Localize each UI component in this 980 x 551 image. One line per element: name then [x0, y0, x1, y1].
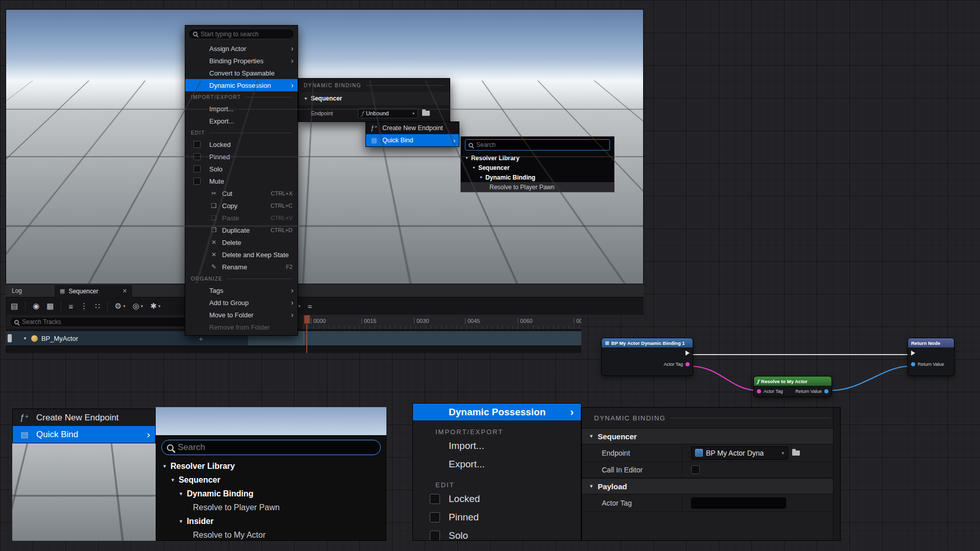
render-movie-button[interactable]: ▦ [46, 302, 54, 311]
actor-tag-out-pin[interactable]: Actor Tag [602, 359, 693, 370]
resolver-search-box[interactable] [161, 440, 381, 455]
menu-item-copy[interactable]: ❏CopyCTRL+C [185, 199, 298, 212]
menu-item-quick-bind[interactable]: ▤ Quick Bind › [366, 134, 459, 146]
resolver-search-box[interactable] [465, 139, 610, 151]
menu-item-pinned[interactable]: Pinned [185, 151, 298, 163]
view-options-dropdown[interactable]: ◎▾ [133, 302, 143, 311]
browse-icon[interactable] [792, 450, 800, 456]
menu-item-create-new-endpoint[interactable]: ƒ⁺ Create New Endpoint [366, 122, 459, 134]
tree-item-dynamic-binding[interactable]: ▼Dynamic Binding [156, 487, 386, 500]
return-value-pin-icon[interactable] [824, 389, 828, 393]
more-button[interactable]: ⋮ [80, 302, 88, 311]
menu-item-mute[interactable]: Mute [185, 175, 298, 187]
tree-item-resolve-to-player-pawn[interactable]: Resolve to Player Pawn [156, 500, 386, 514]
timeline-ruler[interactable]: 0000 0015 0030 0045 0060 00 [303, 315, 581, 329]
menu-item-tags[interactable]: Tags› [185, 284, 298, 296]
tree-item-sequencer[interactable]: ▼Sequencer [156, 473, 386, 487]
menu-item-add-to-group[interactable]: Add to Group› [185, 296, 298, 309]
menu-item-dynamic-possession[interactable]: Dynamic Possession› [185, 79, 298, 91]
browse-icon[interactable] [422, 111, 430, 116]
menu-item-pinned[interactable]: Pinned [413, 508, 581, 527]
menu-search-input[interactable] [201, 31, 290, 38]
menu-item-solo[interactable]: Solo [413, 527, 581, 541]
actor-tag-pin-icon[interactable] [757, 389, 761, 393]
save-button[interactable]: ▤ [11, 302, 18, 311]
outliner-button[interactable]: ≡ [68, 302, 73, 311]
node-header[interactable]: ƒResolve to My Actor [754, 377, 831, 386]
menu-search-box[interactable] [188, 29, 295, 39]
menu-item-move-to-folder[interactable]: Move to Folder› [185, 309, 298, 321]
section-sequencer[interactable]: ▼Sequencer [299, 92, 450, 105]
menu-item-create-new-endpoint[interactable]: ƒ⁺ Create New Endpoint [13, 409, 155, 426]
node-bp-my-actor-dynamic-binding[interactable]: ▦BP My Actor Dynamic Binding 1 Actor Tag [601, 338, 693, 376]
curve-editor-button[interactable]: ≈ [308, 302, 312, 311]
resolver-search-input[interactable] [476, 141, 606, 148]
endpoint-value: BP My Actor Dyna [706, 449, 764, 457]
node-pin-row: Actor Tag Return Value [754, 386, 831, 397]
menu-item-delete[interactable]: ✕Delete [185, 236, 298, 248]
endpoint-dropdown[interactable]: ƒ Unbound ▾ [358, 108, 418, 118]
node-resolve-to-my-actor[interactable]: ƒResolve to My Actor Actor Tag Return Va… [753, 376, 832, 397]
exec-out-pin[interactable] [602, 347, 693, 359]
menu-item-assign-actor[interactable]: Assign Actor› [185, 42, 298, 55]
tab-sequencer[interactable]: ▦ Sequencer ✕ [55, 284, 132, 297]
actor-tag-input[interactable] [691, 497, 786, 509]
menu-item-locked[interactable]: Locked [413, 490, 581, 508]
submenu-arrow-icon: › [453, 137, 455, 144]
menu-item-convert-to-spawnable[interactable]: Convert to Spawnable [185, 67, 298, 79]
menu-item-locked[interactable]: Locked [185, 138, 298, 151]
menu-item-binding-properties[interactable]: Binding Properties› [185, 55, 298, 67]
section-sequencer[interactable]: ▼Sequencer [582, 428, 840, 444]
menu-item-dynamic-possession[interactable]: Dynamic Possession › [413, 404, 581, 420]
tree-item-sequencer[interactable]: ▼Sequencer [461, 163, 614, 172]
section-payload[interactable]: ▼Payload [582, 478, 840, 494]
menu-item-quick-bind[interactable]: ▤ Quick Bind › [13, 426, 155, 443]
caret-down-icon[interactable]: ▼ [23, 336, 27, 341]
menu-item-export[interactable]: Export... [413, 455, 581, 473]
menu-item-export[interactable]: Export... [185, 115, 298, 127]
tree-item-resolve-to-my-actor[interactable]: Resolve to My Actor [156, 528, 386, 541]
return-value-in-pin[interactable]: Return Value [908, 359, 954, 370]
menu-item-rename[interactable]: ✎RenameF2 [185, 261, 298, 273]
checkbox[interactable] [430, 531, 440, 541]
hierarchy-button[interactable]: ∷ [95, 302, 100, 311]
tree-item-resolver-library[interactable]: ▼Resolver Library [156, 459, 386, 473]
submenu-arrow-icon: › [570, 406, 574, 418]
tick-label: 00 [574, 318, 581, 324]
endpoint-dropdown[interactable]: BP My Actor Dyna ▾ [691, 446, 788, 460]
checkbox[interactable] [193, 153, 201, 160]
endpoint-row: Endpoint ƒ Unbound ▾ [299, 105, 450, 121]
dynamic-binding-popup: DYNAMIC BINDING ▼Sequencer Endpoint ƒ Un… [298, 78, 450, 122]
exec-in-pin[interactable] [908, 347, 954, 359]
call-in-editor-checkbox[interactable] [691, 465, 700, 474]
keying-dropdown[interactable]: ✱▾ [150, 302, 160, 311]
playhead-line [306, 324, 307, 353]
menu-item-cut[interactable]: ✂CutCTRL+X [185, 187, 298, 199]
close-icon[interactable]: ✕ [122, 288, 127, 294]
tree-item-resolver-library[interactable]: ▼Resolver Library [461, 153, 614, 163]
function-icon: ƒ [361, 110, 363, 117]
node-return[interactable]: Return Node Return Value [908, 338, 954, 376]
tools-dropdown[interactable]: ⚙▾ [115, 302, 126, 311]
playhead-marker[interactable] [304, 315, 310, 324]
menu-item-import[interactable]: Import... [185, 103, 298, 115]
checkbox[interactable] [430, 494, 440, 504]
scrollbar[interactable] [833, 408, 840, 540]
tree-item-insider[interactable]: ▼Insider [156, 514, 386, 528]
checkbox[interactable] [193, 141, 201, 148]
resolver-search-input[interactable] [178, 442, 375, 453]
checkbox[interactable] [193, 165, 201, 172]
panel-title: DYNAMIC BINDING [582, 408, 840, 428]
menu-item-delete-keep-state[interactable]: ✕Delete and Keep State [185, 248, 298, 261]
checkbox[interactable] [193, 178, 201, 185]
checkbox[interactable] [430, 512, 440, 522]
node-header[interactable]: ▦BP My Actor Dynamic Binding 1 [602, 338, 693, 347]
menu-item-duplicate[interactable]: ❐DuplicateCTRL+D [185, 224, 298, 236]
menu-item-solo[interactable]: Solo [185, 163, 298, 175]
menu-item-import[interactable]: Import... [413, 437, 581, 455]
camera-button[interactable]: ◉ [33, 302, 39, 311]
tab-log[interactable]: Log [6, 284, 53, 297]
tree-item-dynamic-binding[interactable]: ▼Dynamic Binding [461, 172, 614, 182]
node-header[interactable]: Return Node [908, 338, 954, 347]
tree-item-resolve-to-player-pawn[interactable]: Resolve to Player Pawn [461, 182, 614, 192]
